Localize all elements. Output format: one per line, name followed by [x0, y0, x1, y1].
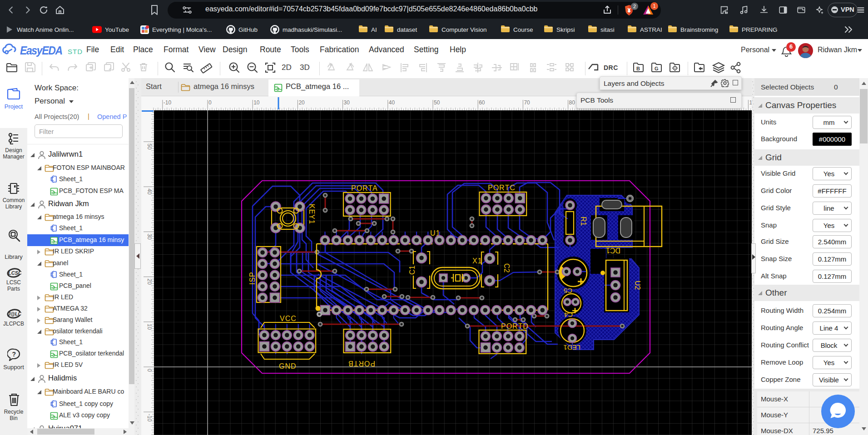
svg-text:VCC: VCC	[280, 315, 297, 322]
svg-text:LCSC: LCSC	[8, 270, 21, 276]
svg-text:J@LC: J@LC	[8, 311, 21, 316]
svg-text:ISP: ISP	[248, 272, 256, 285]
svg-text:20: 20	[146, 279, 153, 285]
svg-text:20: 20	[298, 99, 305, 106]
svg-text:PORTB: PORTB	[348, 360, 375, 367]
svg-text:30: 30	[146, 233, 153, 240]
svg-text:B: B	[636, 66, 640, 71]
svg-text:40: 40	[389, 99, 395, 106]
svg-text:30: 30	[344, 99, 350, 106]
svg-text:?: ?	[12, 351, 16, 358]
svg-text:U2: U2	[634, 281, 641, 290]
svg-text:0: 0	[208, 99, 212, 106]
svg-text:-10: -10	[146, 414, 153, 422]
svg-text:70: 70	[524, 99, 530, 106]
svg-text:80: 80	[569, 99, 575, 106]
svg-text:C4: C4	[564, 311, 573, 319]
svg-text:50: 50	[146, 143, 153, 150]
svg-text:60: 60	[479, 99, 485, 106]
svg-text:R1: R1	[580, 217, 587, 226]
svg-text:PORTA: PORTA	[351, 184, 378, 192]
svg-text:DC1: DC1	[606, 247, 620, 254]
svg-text:0: 0	[146, 369, 153, 372]
svg-text:50: 50	[434, 99, 440, 106]
svg-text:G: G	[655, 66, 659, 71]
svg-text:C1: C1	[408, 265, 416, 275]
svg-text:10: 10	[146, 324, 153, 330]
svg-text:PORTC: PORTC	[488, 184, 516, 192]
svg-text:10: 10	[253, 99, 260, 106]
svg-text:PORTD: PORTD	[501, 322, 529, 330]
svg-text:C2: C2	[503, 263, 511, 273]
svg-text:40: 40	[146, 188, 153, 195]
svg-text:LED1: LED1	[563, 344, 580, 351]
svg-text:-10: -10	[164, 99, 172, 106]
svg-text:KEY1: KEY1	[308, 204, 316, 224]
svg-text:GND: GND	[279, 362, 297, 370]
svg-text:X1: X1	[472, 257, 482, 265]
